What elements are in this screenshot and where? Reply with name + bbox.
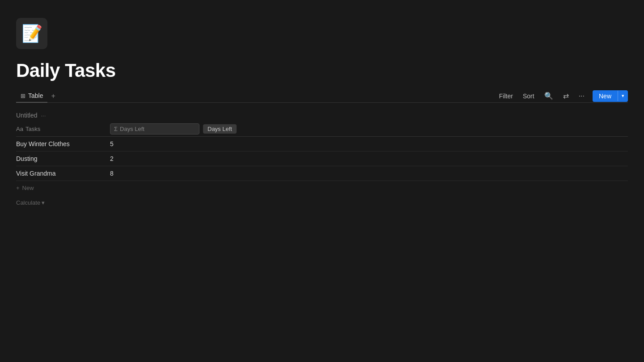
filter-icon-button[interactable]: ⇄ xyxy=(561,91,571,101)
tasks-col-icon: Aa xyxy=(16,126,23,132)
tasks-column-header[interactable]: Aa Tasks xyxy=(16,124,110,134)
days-left-col-label: Days Left xyxy=(120,126,144,132)
filter-button[interactable]: Filter xyxy=(497,92,515,101)
calculate-label: Calculate xyxy=(16,199,40,206)
group-title: Untitled xyxy=(16,112,37,119)
days-left-column-header[interactable]: Σ Days Left xyxy=(110,123,199,135)
table-tab-label: Table xyxy=(28,92,43,99)
days-left-cell: 5 xyxy=(110,140,199,147)
add-new-row-label: New xyxy=(22,185,34,191)
task-name-cell: Dusting xyxy=(16,155,110,162)
calculate-chevron: ▾ xyxy=(42,199,45,206)
task-name-cell: Buy Winter Clothes xyxy=(16,140,110,147)
add-icon: + xyxy=(16,185,20,191)
days-left-pill-label: Days Left xyxy=(208,126,232,132)
table-area: Untitled ··· Aa Tasks Σ Days Left Days L… xyxy=(16,110,628,210)
task-name-cell: Visit Grandma xyxy=(16,170,110,177)
tab-table[interactable]: ⊞ Table xyxy=(16,89,47,103)
table-row[interactable]: Buy Winter Clothes 5 xyxy=(16,137,628,152)
page-title: Daily Tasks xyxy=(16,60,628,81)
add-new-row-button[interactable]: + New xyxy=(16,181,628,195)
group-header: Untitled ··· xyxy=(16,110,628,122)
table-header-row: Aa Tasks Σ Days Left Days Left xyxy=(16,122,628,137)
days-left-cell: 2 xyxy=(110,155,199,162)
new-button-chevron[interactable]: ▾ xyxy=(618,91,628,101)
days-left-col-icon: Σ xyxy=(114,126,118,132)
app-icon-emoji: 📝 xyxy=(21,24,42,43)
calculate-area: Calculate ▾ xyxy=(16,195,628,210)
tasks-col-label: Tasks xyxy=(25,126,40,132)
new-button[interactable]: New ▾ xyxy=(593,90,628,102)
tab-add-button[interactable]: + xyxy=(47,89,59,103)
app-icon: 📝 xyxy=(16,18,47,49)
table-row[interactable]: Dusting 2 xyxy=(16,152,628,166)
search-icon-button[interactable]: 🔍 xyxy=(542,91,555,101)
table-tab-icon: ⊞ xyxy=(21,93,25,99)
calculate-button[interactable]: Calculate ▾ xyxy=(16,199,45,206)
more-options-button[interactable]: ··· xyxy=(577,91,586,101)
sort-button[interactable]: Sort xyxy=(521,92,536,101)
days-left-active-pill: Days Left xyxy=(203,124,237,134)
tab-bar: ⊞ Table + Filter Sort 🔍 ⇄ ··· New ▾ xyxy=(16,89,628,103)
page-container: 📝 Daily Tasks ⊞ Table + Filter Sort 🔍 ⇄ … xyxy=(0,0,644,210)
days-left-cell: 8 xyxy=(110,170,199,177)
toolbar-right: Filter Sort 🔍 ⇄ ··· New ▾ xyxy=(497,90,628,102)
group-more-button[interactable]: ··· xyxy=(41,112,46,119)
new-button-label: New xyxy=(593,90,618,102)
table-row[interactable]: Visit Grandma 8 xyxy=(16,166,628,181)
